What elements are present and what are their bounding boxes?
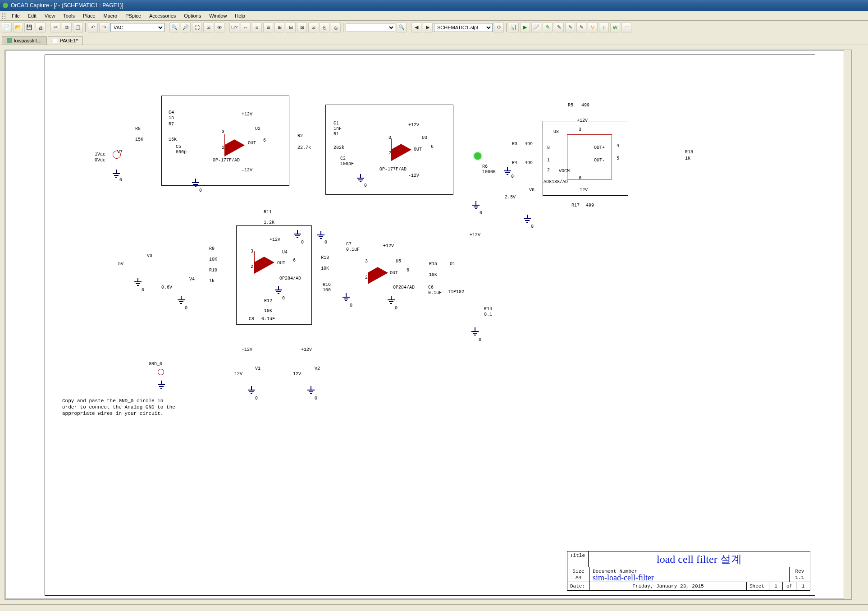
- zoom-fit-button[interactable]: ⊡: [203, 23, 213, 32]
- gnd-u5: 0: [395, 306, 397, 311]
- project-icon: [7, 38, 12, 43]
- gnd0: 0: [119, 178, 122, 183]
- u8-outn: OUT-: [594, 158, 605, 163]
- menu-file[interactable]: File: [8, 12, 23, 19]
- v4-val: 0.6V: [161, 285, 172, 290]
- u4-name: U4: [282, 250, 288, 255]
- marker-more-button[interactable]: ⋯: [621, 23, 631, 32]
- tb-title: load cell filter 설계: [589, 551, 810, 567]
- menu-pspice[interactable]: PSpice: [122, 12, 145, 19]
- refresh-button[interactable]: ⟳: [494, 23, 504, 32]
- gnd-v6: 0: [531, 224, 534, 229]
- tb-g[interactable]: ⊡: [308, 23, 318, 32]
- probe-d-button[interactable]: ✎: [576, 23, 586, 32]
- menu-edit[interactable]: Edit: [24, 12, 40, 19]
- hier-dropdown[interactable]: SCHEMATIC1-slpf: [434, 23, 493, 32]
- next-button[interactable]: ▶: [423, 23, 433, 32]
- c7-val: 0.1uF: [346, 247, 360, 252]
- u2-name: U2: [255, 126, 260, 131]
- gnd0-name: GND_0: [149, 362, 162, 367]
- vertical-scrollbar[interactable]: [844, 50, 851, 599]
- r17-val: 499: [586, 203, 594, 208]
- marker-i-button[interactable]: I: [599, 23, 609, 32]
- u3-part: OP-177F/AD: [379, 167, 407, 172]
- results-button[interactable]: 📈: [531, 23, 541, 32]
- menu-macro[interactable]: Macro: [100, 12, 121, 19]
- print-button[interactable]: 🖨: [36, 23, 46, 32]
- probe-i-button[interactable]: ✎: [554, 23, 564, 32]
- tb-title-label: Title: [567, 551, 589, 567]
- v2-val: 12V: [293, 372, 301, 377]
- gnd-r6: 0: [480, 211, 482, 216]
- tb-h[interactable]: ⎘: [320, 23, 329, 32]
- gnd-u4: 0: [282, 296, 285, 301]
- r1-val: 282k: [333, 145, 344, 150]
- c1-name: C1: [333, 121, 339, 126]
- tb-rev-label: Rev: [792, 568, 807, 574]
- save-button[interactable]: 💾: [24, 23, 34, 32]
- menu-accessories[interactable]: Accessories: [146, 12, 179, 19]
- tb-b[interactable]: ≡: [252, 23, 262, 32]
- prev-button[interactable]: ◀: [411, 23, 421, 32]
- find-button[interactable]: 🔍: [397, 23, 407, 32]
- zoom-in-button[interactable]: 🔍: [169, 23, 179, 32]
- schematic-page[interactable]: 1Vac 0Vdc V7 0 R8 15K C4 1n R7 15K C5 86…: [45, 55, 815, 596]
- r14-val: 0.1: [484, 312, 492, 317]
- copy-button[interactable]: ⧉: [62, 23, 72, 32]
- run-button[interactable]: ▶: [520, 23, 530, 32]
- tb-c[interactable]: ≣: [263, 23, 273, 32]
- menu-tools[interactable]: Tools: [59, 12, 78, 19]
- zoom-out-button[interactable]: 🔎: [181, 23, 191, 32]
- u3-pin3: 3: [388, 135, 391, 140]
- r1-name: R1: [333, 132, 339, 137]
- tb-a[interactable]: ↔: [241, 23, 251, 32]
- selection-marker[interactable]: [474, 152, 481, 160]
- horizontal-scrollbar[interactable]: [0, 604, 868, 611]
- menu-help[interactable]: Help: [231, 12, 249, 19]
- u8-n12v: -12V: [577, 188, 588, 193]
- r5-name: R5: [568, 103, 573, 108]
- menu-view[interactable]: View: [41, 12, 59, 19]
- tab-page1[interactable]: PAGE1*: [48, 36, 83, 45]
- u5-out: OUT: [390, 271, 398, 276]
- part-dropdown[interactable]: VAC: [110, 23, 164, 32]
- tb-d[interactable]: ⊞: [274, 23, 284, 32]
- u8-pin4: 4: [617, 143, 619, 148]
- view-button[interactable]: 👁: [215, 23, 224, 32]
- cut-button[interactable]: ✂: [50, 23, 60, 32]
- window-titlebar: OrCAD Capture - [/ - (SCHEMATIC1 : PAGE1…: [0, 0, 868, 11]
- schematic-canvas[interactable]: 1Vac 0Vdc V7 0 R8 15K C4 1n R7 15K C5 86…: [5, 50, 852, 600]
- tab-project[interactable]: lowpassfilt…: [2, 36, 47, 45]
- gnd-v3: 0: [142, 288, 144, 293]
- v3-name: V3: [147, 253, 152, 258]
- find-dropdown[interactable]: [346, 23, 395, 32]
- v2-supply: +12V: [301, 347, 312, 352]
- u2-pin3: 3: [222, 129, 224, 134]
- marker-w-button[interactable]: W: [610, 23, 620, 32]
- zoom-area-button[interactable]: ⛶: [192, 23, 202, 32]
- v7-line2: 0Vdc: [95, 158, 105, 163]
- tb-f[interactable]: ⊠: [297, 23, 307, 32]
- u2-p12v: +12V: [242, 112, 252, 117]
- paste-button[interactable]: 📋: [73, 23, 83, 32]
- undo-button[interactable]: ↶: [88, 23, 98, 32]
- r4-name: R4: [512, 161, 517, 165]
- o1-name: O1: [450, 262, 455, 266]
- tb-e[interactable]: ⊟: [286, 23, 296, 32]
- sim-profile-button[interactable]: 📊: [509, 23, 519, 32]
- v6-name: V6: [529, 188, 535, 193]
- probe-v-button[interactable]: ✎: [543, 23, 553, 32]
- r11-name: R11: [264, 210, 272, 215]
- tb-u[interactable]: U?: [229, 23, 239, 32]
- open-button[interactable]: 📂: [13, 23, 23, 32]
- redo-button[interactable]: ↷: [99, 23, 109, 32]
- u3-out: OUT: [414, 147, 422, 152]
- new-button[interactable]: 📄: [2, 23, 12, 32]
- menu-place[interactable]: Place: [79, 12, 99, 19]
- tb-i[interactable]: ⎙: [331, 23, 341, 32]
- menu-options[interactable]: Options: [180, 12, 205, 19]
- menu-window[interactable]: Window: [206, 12, 230, 19]
- marker-v-button[interactable]: V: [588, 23, 598, 32]
- probe-w-button[interactable]: ✎: [565, 23, 575, 32]
- u8-pin1: 1: [547, 158, 550, 163]
